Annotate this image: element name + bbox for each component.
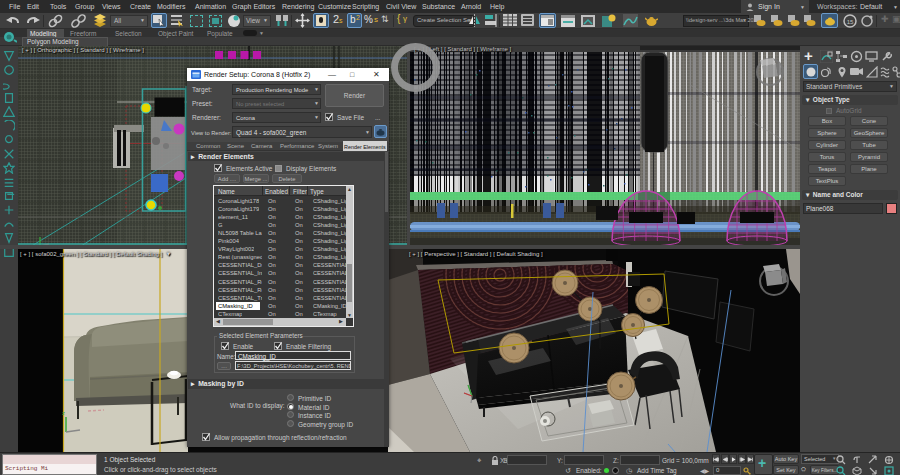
svg-text:z: z — [62, 410, 65, 416]
svg-text:15: 15 — [847, 19, 854, 25]
